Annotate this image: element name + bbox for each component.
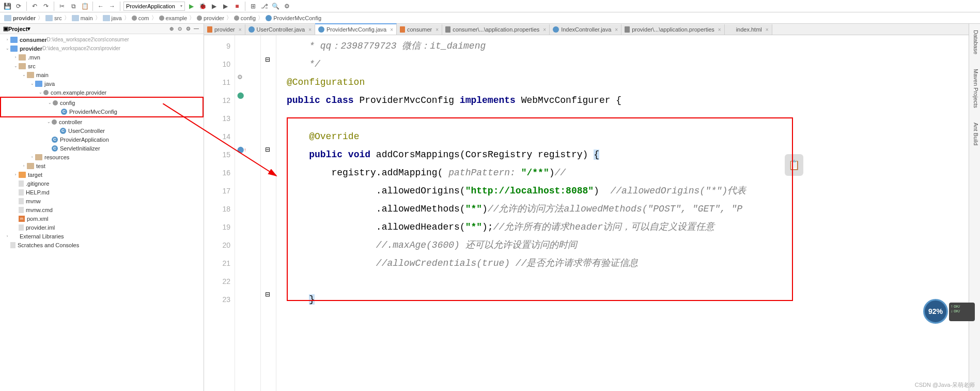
close-icon[interactable]: × [718, 27, 721, 33]
save-icon[interactable]: 💾 [3, 2, 12, 11]
tree-node[interactable]: ⌄controller [0, 117, 204, 126]
editor-tab[interactable]: consumer\...\application.properties× [442, 24, 550, 35]
editor-tab[interactable]: provider× [204, 24, 245, 35]
tree-node[interactable]: ›.mvn [0, 53, 204, 62]
locate-icon[interactable]: ⊙ [176, 26, 184, 32]
hide-icon[interactable]: ⚙ [184, 26, 192, 32]
code-editor[interactable]: 91011121314151617181920212223 ⚙ ⬤ ⬤↑ ⊟ ⊟… [204, 35, 969, 391]
network-badge: 92% [923, 299, 948, 324]
close-icon[interactable]: × [435, 27, 439, 33]
watermark: CSDN @Java-呆萌老师 [915, 381, 975, 389]
tree-node[interactable]: ›test [0, 161, 204, 170]
maven-tab[interactable]: Maven Projects [969, 67, 980, 110]
line-gutter[interactable]: 91011121314151617181920212223 [204, 35, 235, 391]
copy-icon[interactable]: ⧉ [69, 2, 78, 11]
project-sidebar: ▣ Project ▾ ⊕ ⊙ ⚙ — ›consumer D:\idea_wo… [0, 24, 204, 391]
close-icon[interactable]: × [615, 27, 618, 33]
run-icon[interactable]: ▶ [187, 2, 196, 11]
breadcrumb-item[interactable]: com [132, 15, 149, 21]
network-info: ↑ 0K/↓ 0K/ [949, 303, 975, 321]
sidebar-title[interactable]: Project [8, 26, 27, 32]
code-content[interactable]: * qq：2398779723 微信：it_daimeng */@Configu… [276, 35, 969, 391]
right-toolbar: Database Maven Projects Ant Build [969, 24, 980, 391]
coverage-icon[interactable]: ▶ [210, 2, 219, 11]
sync-icon[interactable]: ⟳ [14, 2, 23, 11]
close-icon[interactable]: × [390, 27, 393, 33]
close-icon[interactable]: × [543, 27, 546, 33]
breadcrumb-item[interactable]: main [72, 15, 93, 21]
tree-node[interactable]: HELP.md [0, 188, 204, 197]
forward-icon[interactable]: → [107, 2, 117, 11]
sidebar-header: ▣ Project ▾ ⊕ ⊙ ⚙ — [0, 24, 204, 34]
tree-node[interactable]: provider.iml [0, 223, 204, 232]
tree-node[interactable]: ›target [0, 170, 204, 179]
editor-tab[interactable]: IndexController.java× [550, 24, 621, 35]
tree-node[interactable]: ⌄src [0, 62, 204, 70]
project-tree[interactable]: ›consumer D:\idea_workspace2\cors\consum… [0, 34, 204, 391]
marker-gutter[interactable]: ⚙ ⬤ ⬤↑ [235, 35, 261, 391]
tree-node[interactable]: ⌄java [0, 79, 204, 88]
profile-icon[interactable]: ▶ [221, 2, 230, 11]
stop-icon[interactable]: ■ [232, 2, 242, 11]
debug-icon[interactable]: 🐞 [198, 2, 208, 11]
breadcrumb-item[interactable]: config [234, 15, 256, 21]
project-tab-icon[interactable]: ▣ [3, 25, 8, 32]
structure-icon[interactable]: ⊞ [248, 2, 258, 11]
tree-node[interactable]: CServletInitializer [0, 144, 204, 153]
database-tab[interactable]: Database [969, 28, 980, 56]
paste-icon[interactable]: 📋 [80, 2, 89, 11]
run-config-dropdown[interactable]: ProviderApplication [123, 2, 185, 11]
editor-tab[interactable]: ProviderMvcConfig.java× [315, 23, 397, 35]
tree-node[interactable]: ›consumer D:\idea_workspace2\cors\consum… [0, 35, 204, 44]
breadcrumb-item[interactable]: provider [197, 15, 224, 21]
tree-node[interactable]: .gitignore [0, 179, 204, 188]
minimize-icon[interactable]: — [192, 26, 200, 32]
tree-node[interactable]: ⌄com.example.provider [0, 88, 204, 97]
fold-gutter[interactable]: ⊟ ⊟ ⊟ [261, 35, 276, 391]
redo-icon[interactable]: ↷ [41, 2, 51, 11]
tree-node[interactable]: mvnw [0, 197, 204, 205]
close-icon[interactable]: × [239, 27, 242, 33]
editor-tabs: provider×UserController.java×ProviderMvc… [204, 24, 969, 35]
tree-node[interactable]: ⌄provider D:\idea_workspace2\cors\provid… [0, 44, 204, 53]
breadcrumb-item[interactable]: example [159, 15, 188, 21]
tree-node[interactable]: CUserController [0, 126, 204, 135]
breadcrumb-item[interactable]: provider [4, 15, 36, 21]
tree-node[interactable]: Scratches and Consoles [0, 240, 204, 249]
cut-icon[interactable]: ✂ [57, 2, 67, 11]
back-icon[interactable]: ← [96, 2, 105, 11]
ant-tab[interactable]: Ant Build [969, 121, 980, 147]
editor-tab[interactable]: index.html× [725, 24, 772, 35]
breadcrumb-item[interactable]: src [45, 15, 62, 21]
settings-icon[interactable]: ⚙ [283, 2, 292, 11]
main-toolbar: 💾 ⟳ ↶ ↷ ✂ ⧉ 📋 ← → ProviderApplication ▶ … [0, 0, 980, 12]
tree-node[interactable]: ⌄main [0, 70, 204, 79]
tree-node[interactable]: ›resources [0, 153, 204, 161]
tree-node[interactable]: ⌄config [1, 98, 203, 107]
undo-icon[interactable]: ↶ [30, 2, 39, 11]
breadcrumb-bar: provider 〉 src 〉 main 〉 java 〉 com 〉 exa… [0, 12, 980, 24]
breadcrumb-item[interactable]: java [103, 15, 122, 21]
breadcrumb-item[interactable]: ProviderMvcConfig [266, 15, 321, 21]
editor-tab[interactable]: provider\...\application.properties× [621, 24, 724, 35]
tree-node[interactable]: mpom.xml [0, 214, 204, 223]
editor-area: provider×UserController.java×ProviderMvc… [204, 24, 969, 391]
tree-node[interactable]: mvnw.cmd [0, 205, 204, 214]
editor-tab[interactable]: UserController.java× [245, 24, 315, 35]
close-icon[interactable]: × [308, 27, 312, 33]
tree-node[interactable]: CProviderMvcConfig [1, 107, 203, 116]
collapse-icon[interactable]: ⊕ [167, 26, 176, 32]
clipboard-icon: 📋 [785, 154, 803, 176]
tree-node[interactable]: CProviderApplication [0, 135, 204, 144]
tree-node[interactable]: ›External Libraries [0, 232, 204, 240]
vcs-icon[interactable]: ⎇ [260, 2, 269, 11]
search-icon[interactable]: 🔍 [271, 2, 281, 11]
editor-tab[interactable]: consumer× [397, 24, 442, 35]
close-icon[interactable]: × [766, 27, 769, 33]
